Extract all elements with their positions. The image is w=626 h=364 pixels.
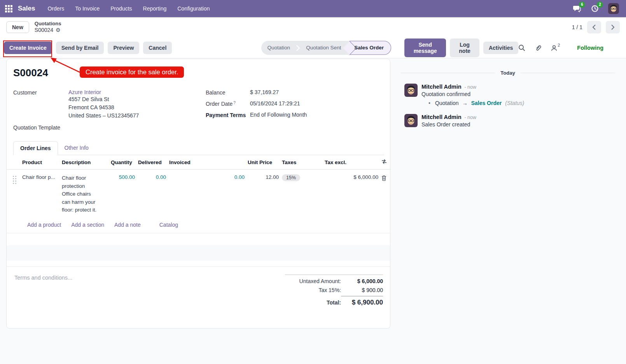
col-description[interactable]: Description: [60, 155, 109, 170]
tax-row: Tax 15%: $ 900.00: [285, 287, 383, 293]
send-by-email-button[interactable]: Send by Email: [56, 42, 104, 54]
breadcrumb-current: S00024 ⚙: [35, 27, 61, 34]
message-author-avatar[interactable]: [404, 84, 418, 97]
chatter-icons: 2: [518, 44, 560, 51]
nav-menu-configuration[interactable]: Configuration: [172, 0, 215, 17]
status-pipeline: Quotation Quotation Sent Sales Order: [261, 41, 391, 55]
cell-product[interactable]: Chair floor p...: [21, 170, 60, 217]
tab-other-info[interactable]: Other Info: [58, 141, 95, 155]
col-taxes[interactable]: Taxes: [280, 155, 323, 170]
message-author-avatar[interactable]: [404, 114, 418, 127]
notebook-tabs: Order Lines Other Info: [13, 141, 384, 155]
address-line-1: 4557 De Silva St: [68, 95, 139, 103]
attachment-icon[interactable]: [535, 44, 542, 51]
user-avatar[interactable]: [608, 3, 619, 14]
stage-quotation[interactable]: Quotation: [261, 41, 297, 54]
following-toggle[interactable]: Following: [577, 45, 603, 51]
message-body: Sales Order created: [421, 121, 476, 128]
cell-invoiced[interactable]: 0.00: [168, 170, 246, 217]
quotation-template-label[interactable]: Quotation Template: [13, 124, 206, 131]
address-line-3: United States – US12345677: [68, 112, 139, 120]
pager-previous-button[interactable]: [587, 21, 601, 33]
cell-quantity[interactable]: 500.00: [109, 170, 136, 217]
col-delivered[interactable]: Delivered: [136, 155, 168, 170]
nav-menu-products[interactable]: Products: [105, 0, 137, 17]
untaxed-amount-label: Untaxed Amount:: [299, 278, 341, 284]
cancel-button[interactable]: Cancel: [143, 42, 172, 54]
add-section-link[interactable]: Add a section: [71, 222, 104, 228]
message-time: - now: [464, 115, 476, 120]
odoo-sales-order-page: { "navbar": { "app": "Sales", "menus": […: [0, 0, 626, 364]
breadcrumb-quotations-link[interactable]: Quotations: [35, 21, 61, 27]
optional-columns-button[interactable]: [380, 155, 391, 170]
terms-placeholder[interactable]: Terms and conditions...: [14, 275, 72, 309]
apps-grid-icon[interactable]: [0, 0, 17, 17]
new-button[interactable]: New: [6, 21, 29, 33]
delete-row-button[interactable]: [380, 170, 391, 217]
total-row: Total: $ 6,900.00: [285, 296, 383, 306]
customer-link[interactable]: Azure Interior: [68, 89, 139, 95]
add-product-link[interactable]: Add a product: [27, 222, 61, 228]
statusbar-row: Create Invoice Send by Email Preview Can…: [0, 37, 626, 58]
col-product[interactable]: Product: [21, 155, 60, 170]
chevron-left-icon: [592, 24, 596, 30]
messages-icon[interactable]: 6: [572, 4, 582, 13]
send-message-button[interactable]: Send message: [404, 38, 446, 57]
order-date-label: Order Date?: [206, 100, 250, 107]
followers-icon-button[interactable]: 2: [551, 45, 560, 51]
app-name[interactable]: Sales: [18, 5, 35, 12]
message-body: Quotation confirmed: [421, 91, 524, 97]
nav-menu-to-invoice[interactable]: To Invoice: [70, 0, 105, 17]
message-quotation-confirmed: Mitchell Admin - now Quotation confirmed…: [400, 84, 615, 106]
statusbar-actions: Create Invoice Send by Email Preview Can…: [0, 41, 391, 55]
person-icon: [551, 45, 557, 51]
search-messages-icon[interactable]: [518, 44, 525, 51]
catalog-link[interactable]: Catalog: [159, 222, 178, 228]
col-invoiced[interactable]: Invoiced: [168, 155, 246, 170]
nav-menu-reporting[interactable]: Reporting: [138, 0, 172, 17]
navbar-systray: 6 2: [572, 3, 626, 14]
order-line-row[interactable]: Chair floor p... Chair floor protection …: [7, 170, 391, 217]
table-spacer: [7, 261, 390, 266]
row-drag-handle[interactable]: [7, 170, 21, 217]
add-note-link[interactable]: Add a note: [114, 222, 141, 228]
cell-description[interactable]: Chair floor protection Office chairs can…: [60, 170, 109, 217]
nav-menu-orders[interactable]: Orders: [42, 0, 70, 17]
order-date-value[interactable]: 05/16/2024 17:29:21: [250, 100, 300, 107]
bullet-icon: •: [428, 100, 430, 106]
total-value: $ 6,900.00: [341, 296, 383, 306]
stage-quotation-sent[interactable]: Quotation Sent: [300, 41, 347, 54]
tax-value: $ 900.00: [341, 287, 383, 293]
col-quantity[interactable]: Quantity: [109, 155, 136, 170]
sheet-footer: Terms and conditions... Untaxed Amount: …: [7, 266, 390, 309]
activities-button[interactable]: Activities: [483, 42, 518, 54]
payment-terms-label: Payment Terms: [206, 112, 250, 118]
log-note-button[interactable]: Log note: [450, 38, 479, 57]
breadcrumb-row: New Quotations S00024 ⚙ 1 / 1: [0, 17, 626, 37]
payment-terms-value[interactable]: End of Following Month: [250, 112, 307, 118]
order-lines-table: Product Description Quantity Delivered I…: [7, 155, 391, 217]
message-content: Mitchell Admin - now Sales Order created: [421, 114, 476, 128]
stage-sales-order-active[interactable]: Sales Order: [350, 41, 391, 55]
activities-icon[interactable]: 2: [590, 4, 600, 13]
avatar-image: [404, 84, 418, 97]
record-settings-gear-icon[interactable]: ⚙: [56, 27, 61, 34]
tracking-old-value: Quotation: [435, 100, 459, 106]
col-handle: [7, 155, 21, 170]
cell-delivered[interactable]: 0.00: [136, 170, 168, 217]
cell-tax-excl: $ 6,000.00: [323, 170, 380, 217]
untaxed-amount-value: $ 6,000.00: [341, 278, 383, 284]
cell-taxes[interactable]: 15%: [280, 170, 323, 217]
message-author[interactable]: Mitchell Admin: [421, 114, 462, 120]
preview-button[interactable]: Preview: [108, 42, 139, 54]
cell-unit-price[interactable]: 12.00: [246, 170, 280, 217]
col-tax-excl[interactable]: Tax excl.: [323, 155, 380, 170]
avatar-image: [404, 114, 418, 127]
tax-label: Tax 15%:: [318, 287, 341, 293]
create-invoice-button[interactable]: Create Invoice: [4, 42, 52, 54]
tab-order-lines[interactable]: Order Lines: [13, 141, 58, 155]
pager-next-button[interactable]: [606, 21, 620, 33]
follower-count: 2: [558, 43, 560, 47]
message-author[interactable]: Mitchell Admin: [421, 84, 462, 90]
col-unit-price[interactable]: Unit Price: [246, 155, 280, 170]
